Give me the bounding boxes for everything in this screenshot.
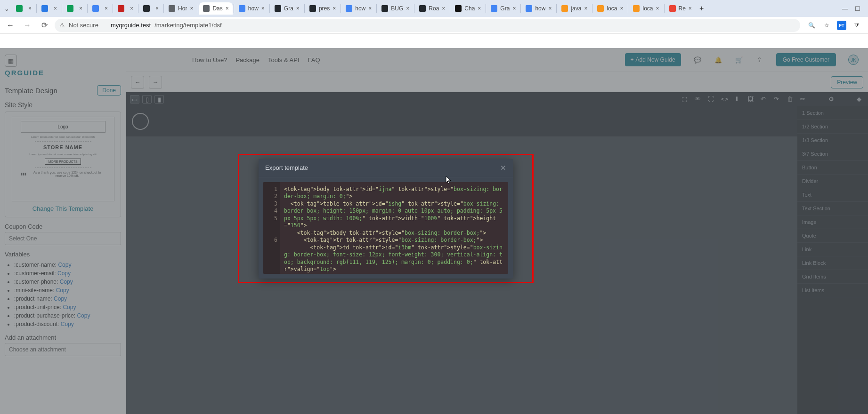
- export-code-box[interactable]: 123456 <tok-tag">body tok-attr">id="ijna…: [263, 182, 508, 274]
- variable-copy-link[interactable]: Copy: [54, 295, 67, 302]
- browser-tab[interactable]: ×: [12, 2, 35, 15]
- component-item[interactable]: 3/7 Section: [797, 147, 868, 161]
- extensions-icon[interactable]: ⧩: [852, 21, 861, 30]
- browser-tab[interactable]: BUG×: [378, 2, 413, 15]
- go-free-customer-button[interactable]: Go Free Customer: [776, 53, 836, 66]
- tab-close-icon[interactable]: ×: [28, 5, 32, 12]
- undo-icon[interactable]: ↶: [761, 96, 768, 103]
- redo-icon[interactable]: ↷: [774, 96, 781, 103]
- modal-close-icon[interactable]: ✕: [500, 164, 506, 172]
- component-item[interactable]: Image: [797, 215, 868, 229]
- browser-tab[interactable]: loca×: [593, 2, 627, 15]
- visibility-icon[interactable]: 👁: [695, 96, 702, 103]
- window-minimize-icon[interactable]: —: [842, 5, 848, 12]
- done-button[interactable]: Done: [97, 85, 121, 96]
- settings-icon[interactable]: ⚙: [828, 96, 836, 103]
- device-tablet-icon[interactable]: ▯: [142, 95, 152, 104]
- delete-icon[interactable]: 🗑: [787, 96, 795, 103]
- component-item[interactable]: Quote: [797, 229, 868, 243]
- variable-copy-link[interactable]: Copy: [61, 321, 74, 327]
- tab-close-icon[interactable]: ×: [368, 5, 372, 12]
- coupon-select[interactable]: Select One: [5, 232, 121, 245]
- component-item[interactable]: List Items: [797, 284, 868, 297]
- browser-tab[interactable]: Gra×: [487, 2, 519, 15]
- browser-tab[interactable]: how×: [522, 2, 555, 15]
- browser-tab[interactable]: how×: [235, 2, 268, 15]
- browser-tab[interactable]: ×: [38, 2, 61, 15]
- tab-close-icon[interactable]: ×: [155, 5, 159, 12]
- bell-icon[interactable]: 🔔: [714, 56, 722, 64]
- fullscreen-icon[interactable]: ⛶: [708, 96, 715, 103]
- browser-tab[interactable]: Das×: [199, 2, 232, 15]
- download-icon[interactable]: ⬇: [734, 96, 742, 103]
- browser-tab[interactable]: Cha×: [451, 2, 485, 15]
- nav-back-icon[interactable]: ←: [4, 21, 17, 30]
- tab-close-icon[interactable]: ×: [620, 5, 623, 12]
- browser-tab[interactable]: ×: [139, 2, 162, 15]
- code-icon[interactable]: <>: [721, 96, 729, 103]
- nav-forward-icon[interactable]: →: [21, 21, 34, 30]
- variable-copy-link[interactable]: Copy: [58, 262, 71, 268]
- zoom-icon[interactable]: 🔍: [807, 21, 816, 30]
- tab-close-icon[interactable]: ×: [54, 5, 57, 12]
- device-mobile-icon[interactable]: ▮: [154, 95, 164, 104]
- tab-close-icon[interactable]: ×: [689, 5, 692, 12]
- component-item[interactable]: Text Section: [797, 202, 868, 215]
- tab-close-icon[interactable]: ×: [406, 5, 409, 12]
- variable-copy-link[interactable]: Copy: [77, 312, 90, 319]
- history-forward-button[interactable]: →: [149, 76, 162, 89]
- variable-copy-link[interactable]: Copy: [63, 304, 76, 310]
- tab-close-icon[interactable]: ×: [261, 5, 265, 12]
- browser-tab[interactable]: java×: [558, 2, 591, 15]
- image-icon[interactable]: 🖼: [747, 96, 755, 103]
- nav-reload-icon[interactable]: ⟳: [38, 21, 51, 30]
- tab-close-icon[interactable]: ×: [656, 5, 659, 12]
- browser-tab[interactable]: ×: [89, 2, 112, 15]
- tab-close-icon[interactable]: ×: [512, 5, 516, 12]
- layers-icon[interactable]: ◆: [857, 96, 864, 103]
- nav-link[interactable]: FAQ: [308, 56, 320, 64]
- browser-tab[interactable]: pres×: [306, 2, 340, 15]
- browser-tab[interactable]: loca×: [629, 2, 663, 15]
- tab-close-icon[interactable]: ×: [478, 5, 481, 12]
- window-maximize-icon[interactable]: ☐: [855, 5, 860, 12]
- variable-copy-link[interactable]: Copy: [56, 287, 69, 294]
- tab-close-icon[interactable]: ×: [226, 5, 229, 12]
- browser-tab[interactable]: ×: [114, 2, 137, 15]
- variable-copy-link[interactable]: Copy: [60, 279, 73, 285]
- component-item[interactable]: Button: [797, 161, 868, 175]
- nav-link[interactable]: Package: [235, 56, 260, 64]
- tab-close-icon[interactable]: ×: [79, 5, 82, 12]
- tab-close-icon[interactable]: ×: [333, 5, 336, 12]
- url-input[interactable]: ⚠ Not secure myqrguide.test/marketing/te…: [55, 19, 800, 32]
- nav-link[interactable]: Tools & API: [268, 56, 299, 64]
- cart-icon[interactable]: 🛒: [735, 56, 743, 64]
- browser-tab[interactable]: Re×: [665, 2, 696, 15]
- extension-badge[interactable]: FT: [837, 21, 846, 30]
- add-new-guide-button[interactable]: + Add New Guide: [625, 53, 681, 66]
- edit-icon[interactable]: ✏: [800, 96, 808, 103]
- tab-close-icon[interactable]: ×: [584, 5, 587, 12]
- component-item[interactable]: Link Block: [797, 256, 868, 270]
- select-tool-icon[interactable]: ⬚: [681, 96, 689, 103]
- bookmark-star-icon[interactable]: ☆: [822, 21, 831, 30]
- tab-close-icon[interactable]: ×: [105, 5, 108, 12]
- nav-link[interactable]: How to Use?: [192, 56, 227, 64]
- new-tab-button[interactable]: +: [697, 4, 706, 13]
- device-desktop-icon[interactable]: ▭: [130, 95, 139, 104]
- chat-icon[interactable]: 💬: [693, 56, 702, 64]
- tab-close-icon[interactable]: ×: [190, 5, 193, 12]
- browser-tab[interactable]: Gra×: [271, 2, 303, 15]
- tab-dropdown-icon[interactable]: ⌄: [2, 5, 11, 12]
- component-item[interactable]: Link: [797, 243, 868, 256]
- browser-tab[interactable]: how×: [342, 2, 375, 15]
- history-back-button[interactable]: ←: [131, 76, 144, 89]
- avatar[interactable]: JK: [848, 55, 859, 65]
- share-icon[interactable]: ⇪: [755, 56, 764, 64]
- browser-tab[interactable]: Roa×: [415, 2, 449, 15]
- component-item[interactable]: 1/2 Section: [797, 120, 868, 134]
- component-item[interactable]: 1 Section: [797, 106, 868, 120]
- preview-button[interactable]: Preview: [831, 76, 863, 88]
- variable-copy-link[interactable]: Copy: [57, 270, 71, 277]
- component-item[interactable]: 1/3 Section: [797, 134, 868, 147]
